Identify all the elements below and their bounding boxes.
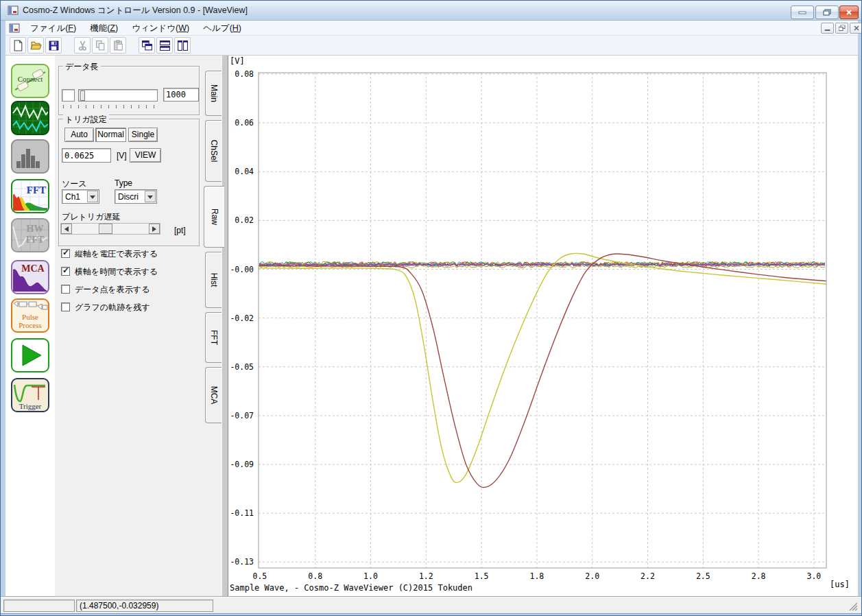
svg-text:2.0: 2.0 (585, 571, 599, 581)
svg-text:1.8: 1.8 (530, 571, 544, 581)
data-length-input[interactable] (163, 88, 199, 102)
svg-text:0.02: 0.02 (235, 215, 254, 225)
data-length-slider-cell[interactable] (62, 89, 75, 102)
trigger-mode-single-button[interactable]: Single (128, 128, 158, 142)
svg-text:-0.05: -0.05 (230, 362, 254, 372)
checkbox-1[interactable] (61, 267, 70, 276)
svg-text:0.04: 0.04 (235, 167, 254, 176)
connect-button[interactable]: Connect (11, 64, 49, 98)
cut-icon (74, 37, 91, 54)
pretrigger-scrollbar[interactable] (60, 223, 160, 235)
menu-window[interactable]: ウィンドウ(W) (125, 21, 196, 36)
histogram-button[interactable] (11, 139, 49, 174)
minimize-button[interactable] (791, 5, 814, 19)
waveform-display-button[interactable] (11, 101, 49, 135)
checkbox-0[interactable] (61, 249, 70, 258)
waveform-plot[interactable]: 0.080.060.040.02-0.00-0.02-0.05-0.07-0.0… (228, 56, 858, 596)
menu-file[interactable]: ファイル(F) (23, 21, 83, 36)
restore-button[interactable] (815, 5, 839, 19)
svg-text:-0.00: -0.00 (230, 265, 254, 274)
waveview-chart-panel: [V] 0.080.060.040.02-0.00-0.02-0.05-0.07… (228, 56, 858, 596)
mdi-child-icon[interactable] (9, 23, 20, 34)
svg-text:1.2: 1.2 (419, 571, 433, 581)
function-icon-bar: Connect (5, 56, 55, 596)
close-button[interactable] (839, 5, 859, 19)
x-axis-unit: [us] (830, 580, 850, 589)
svg-text:-0.13: -0.13 (230, 557, 254, 567)
mca-button[interactable]: MCA (11, 260, 49, 294)
app-icon (8, 5, 19, 16)
checkbox-3[interactable] (61, 303, 70, 311)
tab-main[interactable]: Main (205, 71, 222, 116)
trigger-mode-auto-button[interactable]: Auto (64, 128, 94, 142)
svg-text:0.8: 0.8 (308, 571, 322, 581)
play-icon (23, 345, 41, 366)
svg-text:HW: HW (27, 224, 44, 234)
control-panel: データ長 トリガ設定 Auto Normal Single [V] VIEW ソ… (55, 56, 204, 596)
data-length-slider-thumb[interactable] (80, 91, 85, 101)
trigger-level-input[interactable] (62, 148, 111, 163)
tab-hist[interactable]: Hist (205, 252, 222, 308)
menu-help[interactable]: ヘルプ(H) (196, 21, 248, 36)
pretrigger-scrollbar-thumb[interactable] (99, 224, 112, 234)
window-border-bottom (1, 613, 862, 616)
new-file-icon[interactable] (10, 37, 26, 54)
resize-grip[interactable] (848, 601, 857, 611)
status-bar: (1.487500,-0.032959) (1, 596, 862, 613)
source-select[interactable]: Ch1 (62, 189, 99, 204)
trigger-settings-label: トリガ設定 (63, 114, 109, 126)
save-icon[interactable] (45, 37, 62, 54)
tab-raw[interactable]: Raw (204, 186, 224, 248)
trigger-level-unit: [V] (117, 151, 127, 161)
title-bar: Cosmo-Z Windows コントロール Version 0.9 - [Wa… (1, 1, 862, 21)
svg-text:0.5: 0.5 (253, 571, 267, 581)
svg-text:Process: Process (19, 321, 42, 329)
scroll-right-arrow[interactable] (149, 224, 160, 234)
svg-text:FFT: FFT (26, 235, 45, 245)
view-button[interactable]: VIEW (130, 148, 161, 163)
start-button[interactable] (11, 338, 49, 372)
tab-mca[interactable]: MCA (205, 367, 222, 423)
tile-horizontal-icon[interactable] (156, 37, 173, 54)
scroll-left-arrow[interactable] (61, 224, 72, 234)
type-label: Type (115, 178, 132, 188)
copy-icon (92, 37, 108, 54)
scope-grid (12, 102, 48, 134)
svg-text:-0.09: -0.09 (230, 460, 254, 469)
open-file-icon[interactable] (27, 37, 44, 54)
svg-text:3.0: 3.0 (807, 571, 822, 581)
menu-bar: ファイル(F) 機能(Z) ウィンドウ(W) ヘルプ(H) (5, 21, 858, 36)
menu-function[interactable]: 機能(Z) (83, 21, 125, 36)
svg-text:1.0: 1.0 (363, 571, 378, 581)
pulse-process-button[interactable]: Pulse Process (11, 298, 49, 333)
trigger-mode-normal-button[interactable]: Normal (95, 128, 126, 142)
tile-vertical-icon[interactable] (174, 37, 191, 54)
panel-splitter[interactable] (222, 56, 228, 596)
mdi-close-button[interactable] (850, 23, 862, 34)
hw-fft-button[interactable]: HW FFT (11, 218, 49, 252)
tab-fft[interactable]: FFT (205, 312, 222, 363)
svg-text:2.8: 2.8 (752, 571, 766, 581)
mdi-restore-button[interactable] (835, 23, 848, 34)
status-panel-left (3, 600, 75, 612)
trigger-settings-group: トリガ設定 Auto Normal Single [V] VIEW ソース Ty… (58, 119, 200, 246)
pretrigger-label: プレトリガ遅延 (62, 211, 120, 223)
svg-text:-0.02: -0.02 (230, 313, 254, 323)
tab-chsel[interactable]: ChSel (205, 120, 222, 182)
chevron-down-icon[interactable] (87, 191, 98, 202)
svg-text:2.5: 2.5 (696, 571, 710, 581)
trigger-button[interactable]: Trigger (11, 378, 49, 412)
main-toolbar (5, 36, 858, 56)
app-window: Cosmo-Z Windows コントロール Version 0.9 - [Wa… (0, 0, 862, 616)
data-length-slider[interactable] (78, 89, 158, 102)
svg-text:1.5: 1.5 (475, 571, 489, 581)
mdi-minimize-button[interactable] (821, 23, 834, 34)
svg-text:0.06: 0.06 (235, 118, 254, 128)
svg-text:FFT: FFT (27, 185, 46, 196)
cascade-windows-icon[interactable] (139, 37, 155, 54)
type-select[interactable]: Discri (115, 189, 157, 204)
checkbox-2[interactable] (61, 285, 70, 294)
chevron-down-icon[interactable] (145, 191, 156, 202)
source-label: ソース (62, 178, 87, 190)
fft-button[interactable]: FFT (11, 179, 49, 213)
